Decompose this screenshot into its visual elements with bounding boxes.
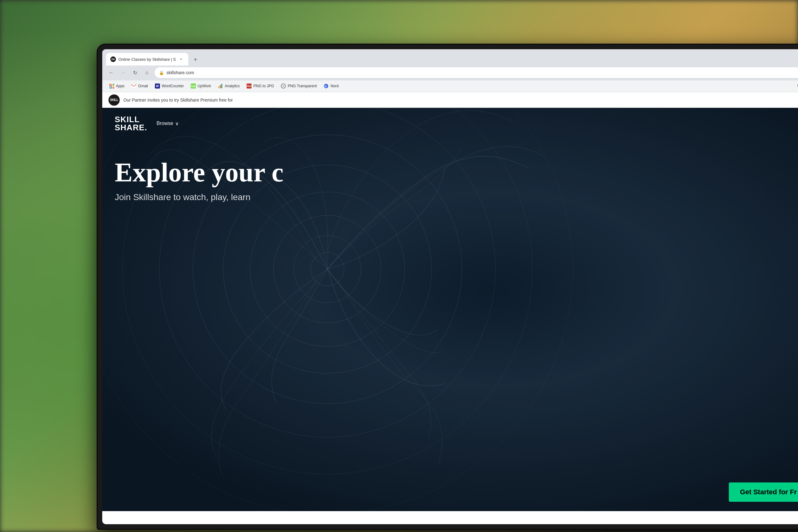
tab-favicon: SK: [110, 56, 116, 62]
skillshare-navbar: SKILL SHARE. Browse ∨: [102, 108, 798, 139]
bookmark-png-jpg[interactable]: PNG PNG to JPG: [244, 82, 277, 90]
bookmark-gmail[interactable]: Gmail: [128, 82, 151, 90]
screen: SK Online Classes by Skillshare | S × + …: [102, 49, 798, 524]
bookmark-upwork[interactable]: Up UpWork: [188, 82, 214, 90]
gmail-label: Gmail: [138, 84, 148, 88]
laptop-frame: SK Online Classes by Skillshare | S × + …: [97, 44, 798, 530]
gmail-icon: [131, 83, 136, 89]
upwork-icon: Up: [191, 83, 196, 89]
refresh-button[interactable]: ↻: [130, 67, 140, 78]
png-jpg-label: PNG to JPG: [253, 84, 274, 88]
address-bar[interactable]: 🔒 skillshare.com: [155, 67, 798, 78]
bookmark-wordcounter[interactable]: W WordCounter: [152, 82, 187, 90]
website-area: SKILL Our Partner invites you to try Ski…: [102, 92, 798, 511]
address-bar-row: ← → ↻ ⌂ 🔒 skillshare.com: [102, 65, 798, 80]
analytics-label: Analytics: [225, 84, 240, 88]
bookmark-apps[interactable]: Apps: [106, 82, 128, 90]
notification-text: Our Partner invites you to try Skillshar…: [124, 98, 233, 102]
cta-button[interactable]: Get Started for Fr: [729, 482, 798, 502]
svg-rect-3: [221, 84, 222, 88]
back-button[interactable]: ←: [106, 67, 117, 78]
bookmarks-bar: Apps Gmail W: [102, 80, 798, 92]
logo-share-text: SHARE.: [115, 124, 147, 132]
forward-button[interactable]: →: [118, 67, 129, 78]
apps-label: Apps: [116, 84, 125, 88]
svg-rect-1: [218, 86, 219, 88]
tab-favicon-text: SK: [111, 58, 115, 61]
bookmark-png-transparent[interactable]: PNG Transparent: [278, 82, 320, 90]
svg-rect-0: [131, 84, 136, 88]
hero-subtitle: Join Skillshare to watch, play, learn: [115, 192, 796, 202]
url-text: skillshare.com: [167, 70, 194, 75]
sk-logo: SKILL: [109, 94, 120, 106]
sk-logo-text: SKILL: [110, 98, 118, 101]
tab-close-button[interactable]: ×: [178, 56, 184, 62]
browse-label: Browse: [156, 120, 173, 126]
bookmark-nord[interactable]: N Nord: [320, 82, 342, 90]
apps-icon: [109, 83, 114, 89]
svg-text:N: N: [324, 85, 327, 88]
png-transparent-label: PNG Transparent: [288, 84, 317, 88]
analytics-icon: [218, 83, 223, 89]
website-content: SKILL SHARE. Browse ∨ Explore your c Joi…: [102, 108, 798, 511]
bookmark-analytics[interactable]: Analytics: [215, 82, 243, 90]
browse-button[interactable]: Browse ∨: [156, 120, 178, 127]
new-tab-button[interactable]: +: [191, 55, 200, 64]
nord-icon: N: [324, 83, 328, 89]
hero-section: Explore your c Join Skillshare to watch,…: [102, 139, 798, 215]
notification-bar: SKILL Our Partner invites you to try Ski…: [102, 92, 798, 108]
hero-title: Explore your c: [115, 158, 796, 187]
browse-chevron: ∨: [175, 120, 179, 127]
wordcounter-icon: W: [155, 83, 160, 89]
upwork-label: UpWork: [197, 84, 211, 88]
browser-chrome: SK Online Classes by Skillshare | S × + …: [102, 49, 798, 92]
wordcounter-label: WordCounter: [162, 84, 184, 88]
png-transparent-icon: [281, 83, 286, 89]
active-tab[interactable]: SK Online Classes by Skillshare | S ×: [106, 53, 188, 65]
tab-title: Online Classes by Skillshare | S: [118, 57, 176, 62]
logo-skill-text: SKILL: [115, 115, 147, 124]
tab-bar: SK Online Classes by Skillshare | S × +: [102, 49, 798, 65]
skillshare-logo: SKILL SHARE.: [115, 115, 147, 132]
bookmarks-search-button[interactable]: [796, 82, 798, 90]
png-jpg-icon: PNG: [247, 83, 251, 89]
nord-label: Nord: [330, 84, 339, 88]
home-button[interactable]: ⌂: [141, 67, 152, 78]
lock-icon: 🔒: [159, 71, 164, 75]
svg-rect-2: [220, 85, 221, 88]
